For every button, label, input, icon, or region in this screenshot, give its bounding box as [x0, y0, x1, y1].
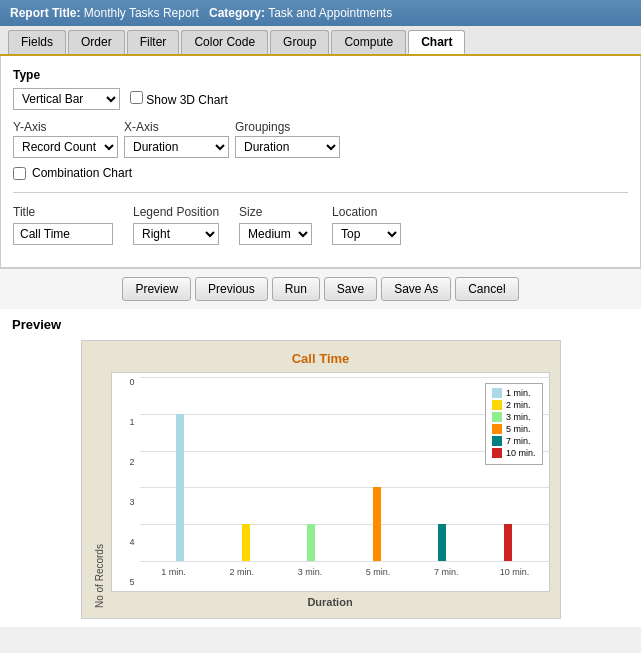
- y-tick-2: 2: [114, 457, 135, 467]
- y-axis-title: No of Records: [92, 372, 107, 608]
- bar-5min-orange: [373, 487, 381, 561]
- chart-title: Call Time: [92, 351, 550, 366]
- legend-2min: 2 min.: [492, 400, 536, 410]
- legend-label-7min: 7 min.: [506, 436, 531, 446]
- legend-label-2min: 2 min.: [506, 400, 531, 410]
- groupings-label: Groupings: [235, 120, 340, 134]
- x-label-10min: 10 min.: [480, 563, 548, 591]
- category-label: Category:: [209, 6, 265, 20]
- bar-1min-blue: [176, 414, 184, 561]
- bar-7min-teal: [438, 524, 446, 561]
- previous-button[interactable]: Previous: [195, 277, 268, 301]
- tab-compute[interactable]: Compute: [331, 30, 406, 54]
- size-label: Size: [239, 205, 312, 219]
- size-select[interactable]: Small Medium Large: [239, 223, 312, 245]
- x-label-5min: 5 min.: [344, 563, 412, 591]
- legend-color-3min: [492, 412, 502, 422]
- combination-chart-label: Combination Chart: [32, 166, 132, 180]
- divider: [13, 192, 628, 193]
- x-axis-select[interactable]: Duration Record Count: [124, 136, 229, 158]
- y-tick-1: 1: [114, 417, 135, 427]
- x-axis-title: Duration: [111, 596, 550, 608]
- bar-group-1min: [148, 377, 214, 561]
- show-3d-label: Show 3D Chart: [130, 91, 228, 107]
- tab-fields[interactable]: Fields: [8, 30, 66, 54]
- legend-3min: 3 min.: [492, 412, 536, 422]
- chart-plot-area: 5 4 3 2 1 0: [111, 372, 550, 592]
- report-header: Report Title: Monthly Tasks Report Categ…: [0, 0, 641, 26]
- y-axis-select[interactable]: Record Count Duration: [13, 136, 118, 158]
- legend-label-3min: 3 min.: [506, 412, 531, 422]
- legend-color-10min: [492, 448, 502, 458]
- location-label: Location: [332, 205, 401, 219]
- groupings-select[interactable]: Duration Record Count: [235, 136, 340, 158]
- show-3d-checkbox[interactable]: [130, 91, 143, 104]
- cancel-button[interactable]: Cancel: [455, 277, 518, 301]
- chart-container: Call Time No of Records 5 4 3 2 1 0: [81, 340, 561, 619]
- category-value: Task and Appointments: [268, 6, 392, 20]
- tab-group[interactable]: Group: [270, 30, 329, 54]
- legend-1min: 1 min.: [492, 388, 536, 398]
- y-axis-label: Y-Axis: [13, 120, 118, 134]
- chart-legend: 1 min. 2 min. 3 min. 5 min.: [485, 383, 543, 465]
- legend-label-5min: 5 min.: [506, 424, 531, 434]
- run-button[interactable]: Run: [272, 277, 320, 301]
- bar-10min-red: [504, 524, 512, 561]
- chart-title-label: Title: [13, 205, 113, 219]
- legend-color-2min: [492, 400, 502, 410]
- bar-3min-green: [307, 524, 315, 561]
- type-section: Type Vertical Bar Horizontal Bar Line Pi…: [13, 68, 628, 110]
- bar-group-5min: [344, 377, 410, 561]
- report-title-value: Monthly Tasks Report: [84, 6, 199, 20]
- legend-5min: 5 min.: [492, 424, 536, 434]
- tab-filter[interactable]: Filter: [127, 30, 180, 54]
- preview-button[interactable]: Preview: [122, 277, 191, 301]
- type-label: Type: [13, 68, 628, 82]
- button-bar: Preview Previous Run Save Save As Cancel: [0, 268, 641, 309]
- save-as-button[interactable]: Save As: [381, 277, 451, 301]
- legend-7min: 7 min.: [492, 436, 536, 446]
- y-tick-0: 0: [114, 377, 135, 387]
- bar-2min-yellow: [242, 524, 250, 561]
- save-button[interactable]: Save: [324, 277, 377, 301]
- x-label-3min: 3 min.: [276, 563, 344, 591]
- legend-color-7min: [492, 436, 502, 446]
- x-label-2min: 2 min.: [208, 563, 276, 591]
- legend-label-1min: 1 min.: [506, 388, 531, 398]
- tab-bar: Fields Order Filter Color Code Group Com…: [0, 26, 641, 56]
- legend-position-select[interactable]: Right Left Top Bottom: [133, 223, 219, 245]
- legend-label-10min: 10 min.: [506, 448, 536, 458]
- x-labels: 1 min. 2 min. 3 min. 5 min. 7 min. 10 mi…: [140, 563, 549, 591]
- type-select[interactable]: Vertical Bar Horizontal Bar Line Pie: [13, 88, 120, 110]
- tab-chart[interactable]: Chart: [408, 30, 465, 54]
- location-select[interactable]: Top Bottom Left Right: [332, 223, 401, 245]
- x-axis-label: X-Axis: [124, 120, 229, 134]
- legend-position-label: Legend Position: [133, 205, 219, 219]
- bar-group-7min: [410, 377, 476, 561]
- y-tick-3: 3: [114, 497, 135, 507]
- tab-order[interactable]: Order: [68, 30, 125, 54]
- combination-chart-checkbox[interactable]: [13, 167, 26, 180]
- legend-10min: 10 min.: [492, 448, 536, 458]
- y-tick-4: 4: [114, 537, 135, 547]
- preview-title: Preview: [12, 317, 629, 332]
- legend-color-1min: [492, 388, 502, 398]
- main-content: Type Vertical Bar Horizontal Bar Line Pi…: [0, 56, 641, 268]
- x-label-7min: 7 min.: [412, 563, 480, 591]
- chart-title-input[interactable]: [13, 223, 113, 245]
- legend-color-5min: [492, 424, 502, 434]
- bar-group-3min: [279, 377, 345, 561]
- tab-color-code[interactable]: Color Code: [181, 30, 268, 54]
- preview-section: Preview Call Time No of Records 5 4 3 2 …: [0, 309, 641, 627]
- x-label-1min: 1 min.: [140, 563, 208, 591]
- bar-group-2min: [213, 377, 279, 561]
- report-title-label: Report Title:: [10, 6, 80, 20]
- y-tick-5: 5: [114, 577, 135, 587]
